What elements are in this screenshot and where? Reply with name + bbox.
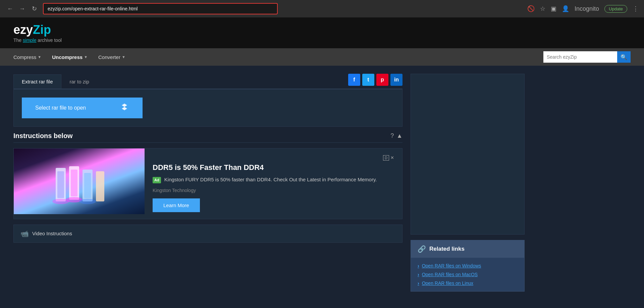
site-logo: ezyZip [13,23,62,37]
arrow-icon-1: › [418,263,419,268]
tab-extract-rar[interactable]: Extract rar file [13,74,61,88]
tagline-pre: The [13,38,23,43]
select-file-button[interactable]: Select rar file to open [22,98,143,118]
incognito-label: Incognito [575,5,599,12]
fb-label: f [353,77,355,83]
social-icons: f t p in [348,74,402,88]
nav-compress-label: Compress [13,54,36,60]
sidebar-ad-space [411,74,525,235]
svg-marker-0 [122,104,127,110]
linkedin-share-button[interactable]: in [390,74,402,86]
pi-label: p [381,77,384,83]
site-tagline: The simple archive tool [13,38,62,43]
ad-title: DDR5 is 50% Faster Than DDR4 [153,163,394,172]
main-content: Extract rar file rar to zip f t p in [0,66,644,300]
twitter-share-button[interactable]: t [362,74,374,86]
tabs-bar: Extract rar file rar to zip f t p in [13,74,402,89]
search-container: 🔍 [543,51,631,63]
logo-area: ezyZip The simple archive tool [13,23,62,43]
profile-icon[interactable]: 👤 [562,5,569,12]
ad-description: Ad Kingston FURY DDR5 is 50% faster than… [153,176,394,184]
site-header: ezyZip The simple archive tool [0,17,644,48]
ad-badge-row: D ✕ [153,155,394,161]
tab1-label: Extract rar file [22,79,53,84]
tab-icon[interactable]: ▣ [551,5,556,12]
address-bar[interactable] [43,3,278,14]
logo-ezy: ezy [13,23,33,37]
video-instructions-label: Video Instructions [32,231,72,236]
camera-off-icon: 🚫 [527,5,535,12]
svg-rect-7 [96,171,104,201]
arrow-icon-3: › [418,281,419,286]
ad-block: D ✕ DDR5 is 50% Faster Than DDR4 Ad King… [13,148,402,219]
video-icon: 📹 [20,230,29,238]
logo-zip: Zip [33,23,51,37]
ad-content: D ✕ DDR5 is 50% Faster Than DDR4 Ad King… [145,148,402,219]
related-links-header: 🔗 Related links [411,240,524,258]
video-instructions-bar[interactable]: 📹 Video Instructions [13,225,402,243]
related-link-macos-label: Open RAR files on MacOS [422,272,478,277]
converter-chevron: ▼ [122,55,125,59]
tagline-post: archive tool [36,38,61,43]
nav-bar: Compress ▼ Uncompress ▼ Converter ▼ 🔍 [0,48,644,66]
instructions-bar: Instructions below ? ▲ [13,127,402,143]
ad-desc-text: Kingston FURY DDR5 is 50% faster than DD… [164,177,377,182]
related-link-windows-label: Open RAR files on Windows [422,263,481,268]
browser-chrome: ← → ↻ 🚫 ☆ ▣ 👤 Incognito Update ⋮ [0,0,644,17]
related-links-list: › Open RAR files on Windows › Open RAR f… [411,258,524,291]
select-file-label: Select rar file to open [35,105,86,111]
tab2-label: rar to zip [70,79,89,84]
forward-button[interactable]: → [17,4,27,13]
search-button[interactable]: 🔍 [617,51,631,63]
compress-chevron: ▼ [38,55,41,59]
tagline-simple: simple [23,38,36,43]
chain-icon: 🔗 [418,245,426,253]
nav-items: Compress ▼ Uncompress ▼ Converter ▼ [13,54,543,60]
reload-button[interactable]: ↻ [30,4,39,13]
instructions-controls[interactable]: ? ▲ [390,132,402,139]
nav-uncompress-label: Uncompress [52,54,83,60]
pinterest-share-button[interactable]: p [376,74,388,86]
sidebar: 🔗 Related links › Open RAR files on Wind… [411,74,525,292]
nav-buttons: ← → ↻ [5,4,39,13]
svg-rect-2 [57,171,64,198]
update-button[interactable]: Update [604,5,627,13]
li-label: in [394,77,399,83]
instructions-title: Instructions below [13,132,73,140]
help-icon[interactable]: ? [390,132,394,139]
menu-icon[interactable]: ⋮ [633,5,639,12]
arrow-icon-2: › [418,272,419,277]
ad-close-button[interactable]: ✕ [390,155,394,161]
facebook-share-button[interactable]: f [348,74,360,86]
uncompress-chevron: ▼ [84,55,88,59]
ad-source: Kingston Technology [153,188,394,193]
related-links-title: Related links [429,246,465,252]
ad-image [14,148,145,214]
star-icon[interactable]: ☆ [540,5,545,12]
nav-compress[interactable]: Compress ▼ [13,54,41,60]
related-link-linux-label: Open RAR files on Linux [422,281,473,286]
related-link-macos[interactable]: › Open RAR files on MacOS [418,272,518,277]
content-area: Extract rar file rar to zip f t p in [13,74,402,292]
learn-more-button[interactable]: Learn More [153,198,200,212]
search-input[interactable] [543,51,617,63]
collapse-icon[interactable]: ▲ [396,132,402,139]
related-link-linux[interactable]: › Open RAR files on Linux [418,281,518,286]
related-link-windows[interactable]: › Open RAR files on Windows [418,263,518,268]
svg-rect-6 [84,173,91,198]
svg-rect-4 [71,170,77,196]
tab-rar-to-zip[interactable]: rar to zip [61,74,98,88]
ram-visual [14,148,145,214]
ad-info-badge: D [383,155,389,161]
file-drop-area: Select rar file to open [13,89,402,127]
tw-label: t [367,77,369,83]
nav-converter[interactable]: Converter ▼ [98,54,125,60]
back-button[interactable]: ← [5,4,15,13]
dropbox-icon [120,102,129,114]
nav-converter-label: Converter [98,54,120,60]
nav-uncompress[interactable]: Uncompress ▼ [52,54,88,60]
browser-right-controls: 🚫 ☆ ▣ 👤 Incognito Update ⋮ [527,5,639,13]
address-bar-container [43,3,278,14]
ad-label: Ad [153,177,161,183]
related-links-box: 🔗 Related links › Open RAR files on Wind… [411,240,525,292]
